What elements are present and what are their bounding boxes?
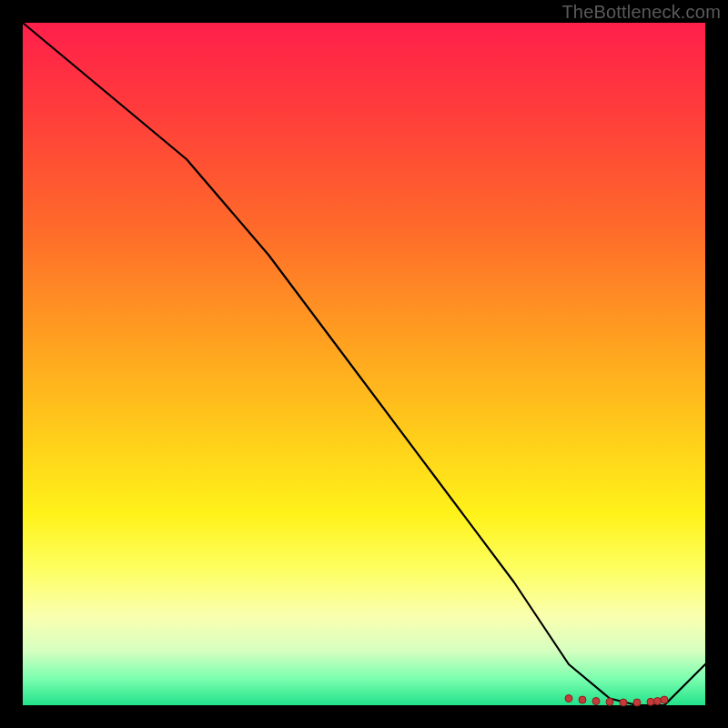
sweet-spot-dot <box>633 699 641 706</box>
bottleneck-curve <box>23 23 705 705</box>
chart-overlay <box>23 23 705 705</box>
plot-area <box>23 23 705 705</box>
sweet-spot-dot <box>647 698 654 705</box>
sweet-spot-dot <box>565 695 572 703</box>
sweet-spot-dot <box>661 696 668 703</box>
sweet-spot-dot <box>592 698 600 705</box>
sweet-spot-dot <box>606 698 613 705</box>
sweet-spot-dot <box>579 696 586 703</box>
sweet-spot-dot <box>620 699 627 706</box>
sweet-spot-dot <box>654 698 662 705</box>
chart-frame: TheBottleneck.com <box>0 0 728 728</box>
watermark-text: TheBottleneck.com <box>561 2 721 23</box>
